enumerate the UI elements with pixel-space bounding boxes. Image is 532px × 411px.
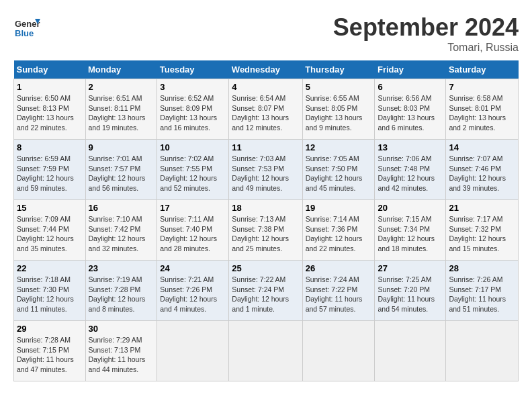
calendar-row: 8 Sunrise: 6:59 AM Sunset: 7:59 PM Dayli… [14, 140, 519, 200]
table-row: 20 Sunrise: 7:15 AM Sunset: 7:34 PM Dayl… [375, 200, 446, 261]
day-number: 29 [17, 324, 83, 334]
day-number: 6 [378, 82, 443, 92]
col-sunday: Sunday [14, 60, 86, 79]
day-number: 5 [306, 82, 372, 92]
day-number: 8 [17, 142, 83, 152]
table-row: 21 Sunrise: 7:17 AM Sunset: 7:32 PM Dayl… [446, 200, 519, 261]
day-info: Sunrise: 7:05 AM Sunset: 7:50 PM Dayligh… [306, 154, 372, 193]
table-row: 16 Sunrise: 7:10 AM Sunset: 7:42 PM Dayl… [85, 200, 157, 261]
day-info: Sunrise: 7:03 AM Sunset: 7:53 PM Dayligh… [232, 154, 299, 193]
col-friday: Friday [375, 60, 446, 79]
calendar-row: 15 Sunrise: 7:09 AM Sunset: 7:44 PM Dayl… [14, 200, 519, 261]
calendar-table: Sunday Monday Tuesday Wednesday Thursday… [13, 60, 519, 381]
day-number: 23 [89, 263, 154, 273]
title-block: September 2024 Tomari, Russia [333, 13, 519, 54]
table-row: 6 Sunrise: 6:56 AM Sunset: 8:03 PM Dayli… [375, 79, 446, 140]
table-row: 8 Sunrise: 6:59 AM Sunset: 7:59 PM Dayli… [14, 140, 86, 200]
day-number: 7 [449, 82, 515, 92]
day-info: Sunrise: 7:15 AM Sunset: 7:34 PM Dayligh… [378, 214, 443, 254]
day-info: Sunrise: 7:21 AM Sunset: 7:26 PM Dayligh… [160, 275, 226, 314]
day-number: 15 [17, 203, 83, 213]
day-info: Sunrise: 7:17 AM Sunset: 7:32 PM Dayligh… [449, 214, 515, 254]
day-number: 27 [378, 263, 443, 273]
col-wednesday: Wednesday [229, 60, 302, 79]
table-row: 29 Sunrise: 7:28 AM Sunset: 7:15 PM Dayl… [14, 321, 86, 381]
day-number: 4 [232, 82, 299, 92]
table-row: 7 Sunrise: 6:58 AM Sunset: 8:01 PM Dayli… [446, 79, 519, 140]
table-row: 5 Sunrise: 6:55 AM Sunset: 8:05 PM Dayli… [302, 79, 375, 140]
day-info: Sunrise: 7:06 AM Sunset: 7:48 PM Dayligh… [378, 154, 443, 193]
day-number: 3 [160, 82, 226, 92]
day-number: 20 [378, 203, 443, 213]
day-number: 24 [160, 263, 226, 273]
logo-icon: General Blue [13, 13, 40, 40]
table-row: 9 Sunrise: 7:01 AM Sunset: 7:57 PM Dayli… [85, 140, 157, 200]
col-thursday: Thursday [302, 60, 375, 79]
day-info: Sunrise: 7:19 AM Sunset: 7:28 PM Dayligh… [89, 275, 154, 314]
day-info: Sunrise: 7:29 AM Sunset: 7:13 PM Dayligh… [89, 335, 154, 375]
day-info: Sunrise: 7:09 AM Sunset: 7:44 PM Dayligh… [17, 214, 83, 254]
table-row: 27 Sunrise: 7:25 AM Sunset: 7:20 PM Dayl… [375, 261, 446, 321]
day-info: Sunrise: 7:25 AM Sunset: 7:20 PM Dayligh… [378, 275, 443, 314]
day-info: Sunrise: 6:55 AM Sunset: 8:05 PM Dayligh… [306, 93, 372, 133]
day-number: 30 [89, 324, 154, 334]
day-info: Sunrise: 6:51 AM Sunset: 8:11 PM Dayligh… [89, 93, 154, 133]
table-row: 30 Sunrise: 7:29 AM Sunset: 7:13 PM Dayl… [85, 321, 157, 381]
day-info: Sunrise: 7:14 AM Sunset: 7:36 PM Dayligh… [306, 214, 372, 254]
table-row: 10 Sunrise: 7:02 AM Sunset: 7:55 PM Dayl… [157, 140, 229, 200]
day-info: Sunrise: 7:13 AM Sunset: 7:38 PM Dayligh… [232, 214, 299, 254]
day-info: Sunrise: 6:58 AM Sunset: 8:01 PM Dayligh… [449, 93, 515, 133]
logo: General Blue [13, 13, 43, 40]
table-row: 25 Sunrise: 7:22 AM Sunset: 7:24 PM Dayl… [229, 261, 302, 321]
day-number: 26 [306, 263, 372, 273]
location: Tomari, Russia [333, 42, 519, 54]
table-row [229, 321, 302, 381]
calendar-row: 22 Sunrise: 7:18 AM Sunset: 7:30 PM Dayl… [14, 261, 519, 321]
col-saturday: Saturday [446, 60, 519, 79]
table-row: 24 Sunrise: 7:21 AM Sunset: 7:26 PM Dayl… [157, 261, 229, 321]
day-info: Sunrise: 7:26 AM Sunset: 7:17 PM Dayligh… [449, 275, 515, 314]
day-info: Sunrise: 6:50 AM Sunset: 8:13 PM Dayligh… [17, 93, 83, 133]
month-title: September 2024 [333, 13, 519, 42]
day-info: Sunrise: 7:02 AM Sunset: 7:55 PM Dayligh… [160, 154, 226, 193]
table-row: 4 Sunrise: 6:54 AM Sunset: 8:07 PM Dayli… [229, 79, 302, 140]
table-row: 28 Sunrise: 7:26 AM Sunset: 7:17 PM Dayl… [446, 261, 519, 321]
table-row [375, 321, 446, 381]
day-number: 12 [306, 142, 372, 152]
col-monday: Monday [85, 60, 157, 79]
day-number: 11 [232, 142, 299, 152]
table-row: 2 Sunrise: 6:51 AM Sunset: 8:11 PM Dayli… [85, 79, 157, 140]
day-number: 14 [449, 142, 515, 152]
table-row: 26 Sunrise: 7:24 AM Sunset: 7:22 PM Dayl… [302, 261, 375, 321]
table-row [157, 321, 229, 381]
day-info: Sunrise: 7:18 AM Sunset: 7:30 PM Dayligh… [17, 275, 83, 314]
table-row: 11 Sunrise: 7:03 AM Sunset: 7:53 PM Dayl… [229, 140, 302, 200]
calendar-row: 1 Sunrise: 6:50 AM Sunset: 8:13 PM Dayli… [14, 79, 519, 140]
page-header: General Blue September 2024 Tomari, Russ… [13, 13, 519, 54]
day-number: 1 [17, 82, 83, 92]
day-number: 28 [449, 263, 515, 273]
table-row: 19 Sunrise: 7:14 AM Sunset: 7:36 PM Dayl… [302, 200, 375, 261]
day-number: 22 [17, 263, 83, 273]
day-number: 9 [89, 142, 154, 152]
table-row: 22 Sunrise: 7:18 AM Sunset: 7:30 PM Dayl… [14, 261, 86, 321]
day-info: Sunrise: 7:28 AM Sunset: 7:15 PM Dayligh… [17, 335, 83, 375]
day-info: Sunrise: 6:56 AM Sunset: 8:03 PM Dayligh… [378, 93, 443, 133]
calendar-row: 29 Sunrise: 7:28 AM Sunset: 7:15 PM Dayl… [14, 321, 519, 381]
table-row [302, 321, 375, 381]
svg-text:Blue: Blue [15, 28, 34, 38]
day-info: Sunrise: 7:11 AM Sunset: 7:40 PM Dayligh… [160, 214, 226, 254]
table-row: 13 Sunrise: 7:06 AM Sunset: 7:48 PM Dayl… [375, 140, 446, 200]
col-tuesday: Tuesday [157, 60, 229, 79]
day-info: Sunrise: 6:54 AM Sunset: 8:07 PM Dayligh… [232, 93, 299, 133]
day-info: Sunrise: 7:10 AM Sunset: 7:42 PM Dayligh… [89, 214, 154, 254]
table-row: 14 Sunrise: 7:07 AM Sunset: 7:46 PM Dayl… [446, 140, 519, 200]
table-row: 1 Sunrise: 6:50 AM Sunset: 8:13 PM Dayli… [14, 79, 86, 140]
day-info: Sunrise: 7:07 AM Sunset: 7:46 PM Dayligh… [449, 154, 515, 193]
day-number: 17 [160, 203, 226, 213]
table-row: 18 Sunrise: 7:13 AM Sunset: 7:38 PM Dayl… [229, 200, 302, 261]
table-row: 23 Sunrise: 7:19 AM Sunset: 7:28 PM Dayl… [85, 261, 157, 321]
table-row [446, 321, 519, 381]
table-row: 17 Sunrise: 7:11 AM Sunset: 7:40 PM Dayl… [157, 200, 229, 261]
day-info: Sunrise: 7:22 AM Sunset: 7:24 PM Dayligh… [232, 275, 299, 314]
